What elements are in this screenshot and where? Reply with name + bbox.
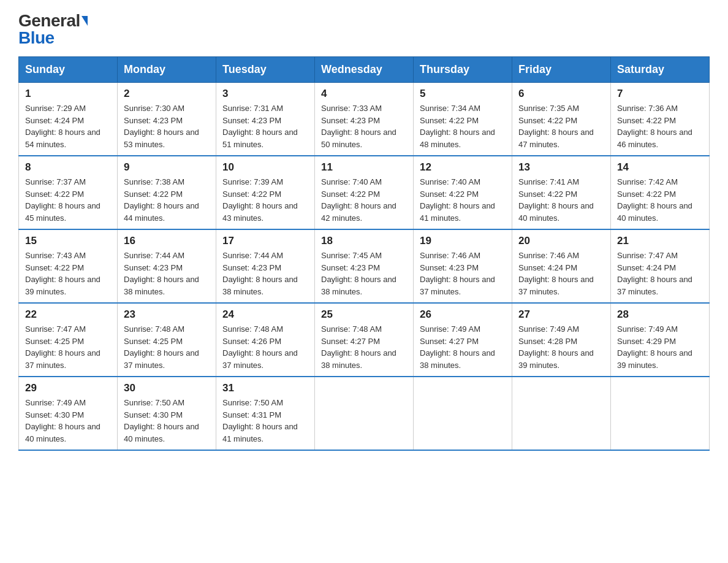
day-info: Sunrise: 7:50 AMSunset: 4:31 PMDaylight:…	[222, 397, 308, 445]
day-number: 31	[222, 382, 308, 394]
day-info: Sunrise: 7:40 AMSunset: 4:22 PMDaylight:…	[420, 176, 506, 224]
calendar-cell: 31Sunrise: 7:50 AMSunset: 4:31 PMDayligh…	[216, 377, 315, 450]
calendar-header: SundayMondayTuesdayWednesdayThursdayFrid…	[19, 57, 710, 83]
day-info: Sunrise: 7:50 AMSunset: 4:30 PMDaylight:…	[124, 397, 210, 445]
day-info: Sunrise: 7:35 AMSunset: 4:22 PMDaylight:…	[518, 102, 604, 150]
logo-general-text: General	[18, 12, 80, 29]
calendar-cell: 23Sunrise: 7:48 AMSunset: 4:25 PMDayligh…	[118, 303, 216, 377]
day-number: 11	[321, 161, 407, 174]
calendar-cell: 12Sunrise: 7:40 AMSunset: 4:22 PMDayligh…	[414, 156, 512, 229]
logo: General Blue	[18, 12, 88, 47]
day-number: 6	[518, 88, 604, 100]
day-info: Sunrise: 7:46 AMSunset: 4:24 PMDaylight:…	[518, 250, 604, 297]
day-number: 19	[420, 235, 506, 247]
day-number: 13	[518, 161, 604, 174]
day-info: Sunrise: 7:49 AMSunset: 4:29 PMDaylight:…	[617, 323, 703, 371]
day-info: Sunrise: 7:30 AMSunset: 4:23 PMDaylight:…	[124, 102, 210, 150]
calendar-cell: 22Sunrise: 7:47 AMSunset: 4:25 PMDayligh…	[19, 303, 118, 377]
calendar-cell: 11Sunrise: 7:40 AMSunset: 4:22 PMDayligh…	[315, 156, 414, 229]
day-number: 25	[321, 308, 407, 321]
calendar-cell: 18Sunrise: 7:45 AMSunset: 4:23 PMDayligh…	[315, 229, 414, 303]
calendar-cell: 4Sunrise: 7:33 AMSunset: 4:23 PMDaylight…	[315, 83, 414, 156]
logo-triangle-icon	[82, 16, 88, 26]
day-number: 2	[124, 88, 210, 100]
calendar-cell: 3Sunrise: 7:31 AMSunset: 4:23 PMDaylight…	[216, 83, 315, 156]
logo-blue-text: Blue	[18, 28, 55, 47]
day-number: 10	[222, 161, 308, 174]
calendar-table: SundayMondayTuesdayWednesdayThursdayFrid…	[18, 56, 710, 451]
day-number: 26	[420, 308, 506, 321]
day-info: Sunrise: 7:34 AMSunset: 4:22 PMDaylight:…	[420, 102, 506, 150]
calendar-week-row: 29Sunrise: 7:49 AMSunset: 4:30 PMDayligh…	[19, 377, 710, 450]
day-number: 22	[25, 308, 111, 321]
day-info: Sunrise: 7:44 AMSunset: 4:23 PMDaylight:…	[124, 250, 210, 297]
calendar-week-row: 22Sunrise: 7:47 AMSunset: 4:25 PMDayligh…	[19, 303, 710, 377]
day-info: Sunrise: 7:48 AMSunset: 4:27 PMDaylight:…	[321, 323, 407, 371]
day-number: 21	[617, 235, 703, 247]
weekday-header-tuesday: Tuesday	[216, 57, 315, 83]
day-info: Sunrise: 7:42 AMSunset: 4:22 PMDaylight:…	[617, 176, 703, 224]
calendar-cell: 24Sunrise: 7:48 AMSunset: 4:26 PMDayligh…	[216, 303, 315, 377]
calendar-cell: 7Sunrise: 7:36 AMSunset: 4:22 PMDaylight…	[611, 83, 710, 156]
day-info: Sunrise: 7:48 AMSunset: 4:26 PMDaylight:…	[222, 323, 308, 371]
day-info: Sunrise: 7:48 AMSunset: 4:25 PMDaylight:…	[124, 323, 210, 371]
weekday-header-sunday: Sunday	[19, 57, 118, 83]
calendar-cell: 1Sunrise: 7:29 AMSunset: 4:24 PMDaylight…	[19, 83, 118, 156]
day-info: Sunrise: 7:36 AMSunset: 4:22 PMDaylight:…	[617, 102, 703, 150]
calendar-cell: 16Sunrise: 7:44 AMSunset: 4:23 PMDayligh…	[118, 229, 216, 303]
day-number: 8	[25, 161, 111, 174]
calendar-cell: 20Sunrise: 7:46 AMSunset: 4:24 PMDayligh…	[512, 229, 611, 303]
day-number: 12	[420, 161, 506, 174]
day-number: 17	[222, 235, 308, 247]
page-header: General Blue	[18, 12, 710, 47]
calendar-cell: 28Sunrise: 7:49 AMSunset: 4:29 PMDayligh…	[611, 303, 710, 377]
calendar-cell: 19Sunrise: 7:46 AMSunset: 4:23 PMDayligh…	[414, 229, 512, 303]
day-info: Sunrise: 7:49 AMSunset: 4:30 PMDaylight:…	[25, 397, 111, 445]
day-info: Sunrise: 7:37 AMSunset: 4:22 PMDaylight:…	[25, 176, 111, 224]
calendar-cell: 8Sunrise: 7:37 AMSunset: 4:22 PMDaylight…	[19, 156, 118, 229]
day-info: Sunrise: 7:43 AMSunset: 4:22 PMDaylight:…	[25, 250, 111, 297]
day-number: 1	[25, 88, 111, 100]
day-info: Sunrise: 7:31 AMSunset: 4:23 PMDaylight:…	[222, 102, 308, 150]
calendar-cell: 2Sunrise: 7:30 AMSunset: 4:23 PMDaylight…	[118, 83, 216, 156]
weekday-header-monday: Monday	[118, 57, 216, 83]
calendar-cell: 9Sunrise: 7:38 AMSunset: 4:22 PMDaylight…	[118, 156, 216, 229]
calendar-cell	[512, 377, 611, 450]
day-number: 5	[420, 88, 506, 100]
day-info: Sunrise: 7:44 AMSunset: 4:23 PMDaylight:…	[222, 250, 308, 297]
calendar-cell: 25Sunrise: 7:48 AMSunset: 4:27 PMDayligh…	[315, 303, 414, 377]
day-number: 20	[518, 235, 604, 247]
calendar-cell: 29Sunrise: 7:49 AMSunset: 4:30 PMDayligh…	[19, 377, 118, 450]
day-number: 30	[124, 382, 210, 394]
calendar-cell: 15Sunrise: 7:43 AMSunset: 4:22 PMDayligh…	[19, 229, 118, 303]
day-info: Sunrise: 7:47 AMSunset: 4:24 PMDaylight:…	[617, 250, 703, 297]
day-number: 28	[617, 308, 703, 321]
calendar-cell: 30Sunrise: 7:50 AMSunset: 4:30 PMDayligh…	[118, 377, 216, 450]
calendar-cell: 13Sunrise: 7:41 AMSunset: 4:22 PMDayligh…	[512, 156, 611, 229]
calendar-week-row: 15Sunrise: 7:43 AMSunset: 4:22 PMDayligh…	[19, 229, 710, 303]
day-info: Sunrise: 7:45 AMSunset: 4:23 PMDaylight:…	[321, 250, 407, 297]
day-info: Sunrise: 7:46 AMSunset: 4:23 PMDaylight:…	[420, 250, 506, 297]
day-number: 29	[25, 382, 111, 394]
day-number: 23	[124, 308, 210, 321]
day-number: 4	[321, 88, 407, 100]
day-info: Sunrise: 7:33 AMSunset: 4:23 PMDaylight:…	[321, 102, 407, 150]
day-info: Sunrise: 7:41 AMSunset: 4:22 PMDaylight:…	[518, 176, 604, 224]
calendar-week-row: 1Sunrise: 7:29 AMSunset: 4:24 PMDaylight…	[19, 83, 710, 156]
day-info: Sunrise: 7:49 AMSunset: 4:27 PMDaylight:…	[420, 323, 506, 371]
day-number: 7	[617, 88, 703, 100]
calendar-cell: 5Sunrise: 7:34 AMSunset: 4:22 PMDaylight…	[414, 83, 512, 156]
day-number: 18	[321, 235, 407, 247]
calendar-week-row: 8Sunrise: 7:37 AMSunset: 4:22 PMDaylight…	[19, 156, 710, 229]
day-number: 27	[518, 308, 604, 321]
calendar-cell: 14Sunrise: 7:42 AMSunset: 4:22 PMDayligh…	[611, 156, 710, 229]
calendar-cell: 10Sunrise: 7:39 AMSunset: 4:22 PMDayligh…	[216, 156, 315, 229]
calendar-cell	[414, 377, 512, 450]
day-info: Sunrise: 7:39 AMSunset: 4:22 PMDaylight:…	[222, 176, 308, 224]
day-info: Sunrise: 7:47 AMSunset: 4:25 PMDaylight:…	[25, 323, 111, 371]
day-info: Sunrise: 7:38 AMSunset: 4:22 PMDaylight:…	[124, 176, 210, 224]
calendar-cell	[611, 377, 710, 450]
weekday-row: SundayMondayTuesdayWednesdayThursdayFrid…	[19, 57, 710, 83]
calendar-body: 1Sunrise: 7:29 AMSunset: 4:24 PMDaylight…	[19, 83, 710, 451]
day-number: 15	[25, 235, 111, 247]
